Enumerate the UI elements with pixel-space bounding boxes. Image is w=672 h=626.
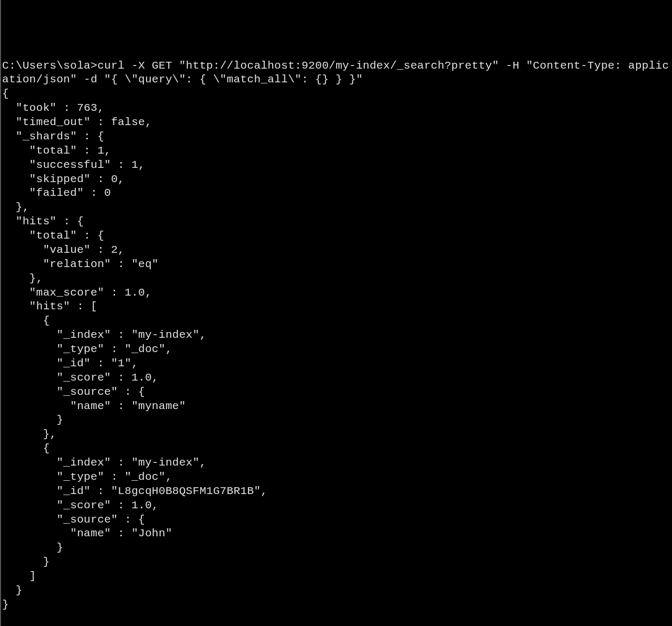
command-text: curl -X GET "http://localhost:9200/my-in… (2, 60, 669, 86)
prompt-line: C:\Users\sola>curl -X GET "http://localh… (2, 60, 669, 86)
terminal-window[interactable]: C:\Users\sola>curl -X GET "http://localh… (2, 59, 671, 612)
shell-prompt: C:\Users\sola> (2, 60, 98, 72)
json-output: { "took" : 763, "timed_out" : false, "_s… (2, 88, 267, 611)
